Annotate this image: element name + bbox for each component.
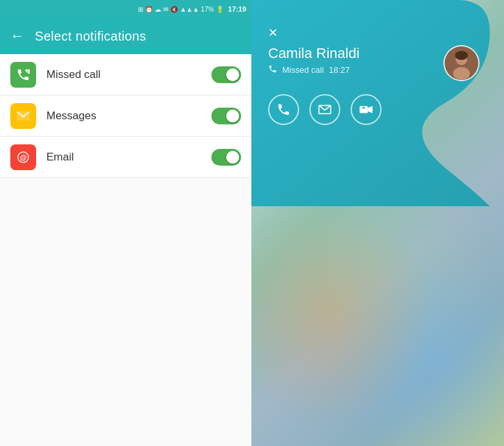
svg-point-11 bbox=[363, 106, 365, 109]
call-type-label: Missed call bbox=[282, 65, 324, 75]
video-call-button[interactable] bbox=[351, 94, 382, 125]
email-status-icon: ✉ bbox=[163, 6, 168, 13]
svg-marker-10 bbox=[368, 106, 373, 113]
avatar bbox=[443, 45, 480, 81]
missed-call-label: Missed call bbox=[46, 68, 211, 81]
messages-toggle[interactable] bbox=[211, 108, 241, 124]
list-item: Messages bbox=[0, 95, 251, 137]
list-item: Missed call bbox=[0, 54, 251, 95]
battery-indicator: 17% bbox=[201, 6, 214, 13]
action-buttons bbox=[268, 94, 480, 125]
call-back-button[interactable] bbox=[268, 94, 299, 125]
notification-card: ✕ Camila Rinaldi Missed call 18:27 bbox=[258, 18, 490, 133]
missed-call-small-icon bbox=[268, 64, 277, 75]
page-title: Select notifications bbox=[35, 29, 146, 44]
svg-point-6 bbox=[453, 67, 470, 80]
svg-text:@: @ bbox=[20, 153, 27, 160]
messages-icon bbox=[10, 103, 36, 129]
avatar-image bbox=[445, 46, 478, 80]
back-button[interactable]: ← bbox=[10, 28, 24, 44]
email-icon: @ bbox=[10, 144, 36, 170]
top-bar: ← Select notifications bbox=[0, 18, 251, 54]
call-time: 18:27 bbox=[329, 65, 350, 75]
left-panel: ⊞ ⏰ ☁ ✉ 🔇 ▲▲▲ 17% 🔋 17:19 ← Select notif… bbox=[0, 0, 251, 446]
status-time: 17:19 bbox=[228, 5, 246, 13]
status-icons: ⊞ ⏰ ☁ ✉ 🔇 ▲▲▲ 17% 🔋 17:19 bbox=[138, 5, 246, 13]
email-toggle[interactable] bbox=[211, 149, 241, 166]
alarm-icon: ⏰ bbox=[145, 6, 153, 13]
call-type-row: Missed call 18:27 bbox=[268, 64, 443, 75]
notification-list: Missed call Messages @ Email bbox=[0, 54, 251, 446]
screenshot-icon: ⊞ bbox=[138, 6, 143, 13]
list-item: @ Email bbox=[0, 137, 251, 178]
battery-icon: 🔋 bbox=[216, 6, 224, 13]
card-content: Camila Rinaldi Missed call 18:27 bbox=[268, 45, 480, 81]
close-button[interactable]: ✕ bbox=[268, 26, 278, 40]
message-button[interactable] bbox=[309, 94, 340, 125]
cloud-icon: ☁ bbox=[155, 6, 161, 13]
caller-name: Camila Rinaldi bbox=[268, 45, 443, 62]
mute-icon: 🔇 bbox=[170, 6, 178, 13]
signal-icon: ▲▲▲ bbox=[180, 6, 199, 13]
email-label: Email bbox=[46, 151, 211, 164]
missed-call-toggle[interactable] bbox=[211, 66, 241, 83]
card-info: Camila Rinaldi Missed call 18:27 bbox=[268, 45, 443, 75]
messages-label: Messages bbox=[46, 110, 211, 122]
right-panel: ✕ Camila Rinaldi Missed call 18:27 bbox=[251, 0, 504, 446]
missed-call-icon bbox=[10, 62, 36, 88]
status-bar: ⊞ ⏰ ☁ ✉ 🔇 ▲▲▲ 17% 🔋 17:19 bbox=[0, 0, 251, 18]
